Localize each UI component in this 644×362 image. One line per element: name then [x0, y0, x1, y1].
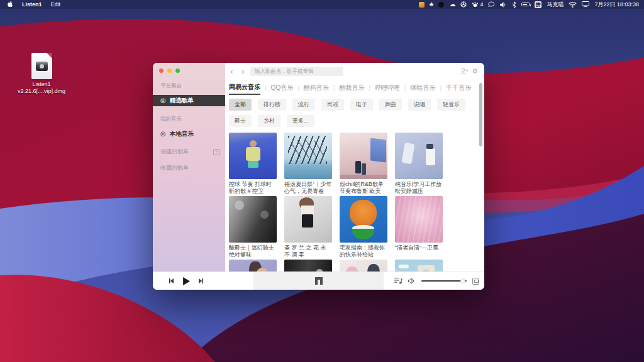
playlist-title[interactable]: 摇滚夏日祭°｜少年心气，无畏青春 — [284, 181, 332, 194]
playlist-title[interactable]: 圣 罗 兰 之 花 永 不 凋 零 — [284, 244, 332, 258]
sidebar-item-favorited-playlists[interactable]: 收藏的歌单 — [153, 164, 225, 172]
tab-kugou[interactable]: 酷狗音乐 — [304, 84, 329, 94]
tab-separator: | — [404, 84, 406, 93]
scrollbar[interactable] — [479, 83, 482, 146]
chip-pop[interactable]: 流行 — [292, 99, 315, 111]
previous-track-button[interactable] — [168, 278, 174, 284]
playlist-title[interactable]: “清者自清”—卫冕 — [395, 244, 443, 258]
add-playlist-button[interactable]: + — [213, 149, 219, 155]
playlist-title[interactable]: 控球 节奏 打球时听的歌 # 控卫 — [229, 181, 277, 194]
volume-slider[interactable] — [421, 280, 467, 282]
playlist-title[interactable]: 纯音乐|学习工作放松安静减压 — [395, 181, 443, 194]
expand-player-icon[interactable] — [472, 278, 479, 285]
desktop-dmg-icon[interactable]: Listen1 v2.21.6[....vip].dmg — [9, 53, 74, 94]
volume-slider-knob[interactable] — [460, 278, 465, 283]
genre-filter-chips: 全部 排行榜 流行 民谣 电子 舞曲 说唱 轻音乐 爵士 乡村 更多... — [229, 99, 480, 127]
volume-status-icon[interactable] — [500, 2, 507, 8]
sidebar: 平台聚合 ◎ 精选歌单 我的音乐 ◎ 本地音乐 创建的歌单 + 收藏的歌单 — [153, 63, 225, 290]
playlist-title[interactable]: 假chill的R&B歌单 节奏布鲁斯 欧美 — [340, 181, 387, 194]
window-topbar: ‹ › ⚙ — [225, 63, 484, 79]
wifi-icon[interactable] — [569, 1, 577, 8]
chip-light-music[interactable]: 轻音乐 — [437, 99, 465, 111]
sidebar-item-created-playlists[interactable]: 创建的歌单 + — [153, 148, 225, 156]
playlist-cover[interactable] — [395, 196, 443, 243]
display-icon[interactable] — [582, 1, 589, 8]
playlist-card[interactable]: 摇滚夏日祭°｜少年心气，无畏青春 — [284, 133, 332, 196]
cover-art-accent — [235, 200, 244, 210]
user-login-icon[interactable] — [460, 68, 469, 75]
cloud-icon[interactable]: ☁ — [449, 1, 455, 8]
sidebar-item-local-music[interactable]: ◎ 本地音乐 — [153, 128, 225, 140]
tab-netease[interactable]: 网易云音乐 — [229, 83, 260, 95]
sidebar-item-featured-playlists[interactable]: ◎ 精选歌单 — [153, 95, 225, 106]
playlist-cover[interactable] — [229, 133, 277, 179]
tab-kuwo[interactable]: 酷我音乐 — [339, 84, 364, 94]
playlist-cover[interactable] — [395, 133, 443, 179]
apple-menu-icon[interactable] — [8, 1, 13, 9]
cover-art-accent — [248, 161, 258, 168]
chip-jazz[interactable]: 爵士 — [229, 115, 252, 127]
zoom-button[interactable] — [175, 69, 180, 73]
settings-gear-icon[interactable]: ⚙ — [472, 68, 478, 75]
input-method-icon[interactable]: 拼 — [535, 1, 541, 8]
playlist-cover[interactable] — [340, 133, 387, 179]
playlist-grid: 控球 节奏 打球时听的歌 # 控卫 摇滚夏日祭°｜少年心气，无畏青春 假chil… — [229, 133, 443, 290]
tab-qq[interactable]: QQ音乐 — [271, 84, 294, 94]
playlist-card[interactable]: 控球 节奏 打球时听的歌 # 控卫 — [229, 133, 277, 196]
playlist-card[interactable]: 纯音乐|学习工作放松安静减压 — [395, 133, 443, 196]
username[interactable]: 马克喵 — [547, 1, 564, 9]
chip-rap[interactable]: 说唱 — [408, 99, 431, 111]
paw-icon[interactable] — [472, 1, 479, 8]
cover-art-accent — [399, 265, 409, 268]
playlist-cover[interactable] — [284, 196, 332, 243]
bluetooth-icon[interactable] — [512, 1, 516, 8]
chat-loop-icon[interactable] — [488, 1, 495, 8]
menu-edit[interactable]: Edit — [51, 1, 61, 8]
playlist-cover[interactable] — [340, 196, 387, 243]
tab-migu[interactable]: 咪咕音乐 — [411, 84, 436, 94]
cover-art-accent — [426, 144, 433, 149]
forward-button[interactable]: › — [239, 67, 247, 75]
playlist-cover[interactable] — [284, 133, 332, 179]
search-input[interactable] — [250, 67, 343, 76]
menubar-clock[interactable]: 7月22日 18:03:38 — [594, 1, 639, 9]
playlist-card[interactable]: 圣 罗 兰 之 花 永 不 凋 零 — [284, 196, 332, 260]
playlist-card[interactable]: 宅家指南：拯救你的快乐补给站 — [340, 196, 387, 260]
tab-qianqian[interactable]: 千千音乐 — [446, 84, 471, 94]
dmg-file-icon[interactable] — [31, 53, 52, 79]
next-track-button[interactable] — [198, 278, 204, 284]
menu-app-name[interactable]: Listen1 — [22, 1, 42, 8]
tab-separator: | — [297, 84, 299, 93]
chip-folk[interactable]: 民谣 — [321, 99, 344, 111]
chip-electronic[interactable]: 电子 — [350, 99, 373, 111]
cover-art-accent — [370, 138, 386, 162]
now-playing-area[interactable] — [253, 272, 384, 290]
volume-icon[interactable] — [408, 275, 416, 287]
chip-all[interactable]: 全部 — [229, 99, 252, 111]
minimize-button[interactable] — [167, 69, 172, 73]
sidebar-item-label: 精选歌单 — [170, 97, 194, 105]
close-button[interactable] — [159, 69, 164, 73]
black-dot-status-icon[interactable] — [438, 2, 444, 8]
content-area: 网易云音乐 | QQ音乐 | 酷狗音乐 | 酷我音乐 | 哔哩哔哩 | 咪咕音乐… — [225, 79, 484, 290]
playlist-cover[interactable] — [229, 196, 277, 243]
back-button[interactable]: ‹ — [228, 67, 236, 75]
playlist-card[interactable]: “清者自清”—卫冕 — [395, 196, 443, 260]
wheel-icon[interactable] — [460, 1, 467, 8]
playlist-title[interactable]: 宅家指南：拯救你的快乐补给站 — [340, 244, 387, 258]
cover-art-accent — [350, 200, 377, 226]
chip-more[interactable]: 更多... — [287, 115, 314, 127]
chip-country[interactable]: 乡村 — [258, 115, 280, 127]
chip-ranking[interactable]: 排行榜 — [258, 99, 286, 111]
clover-icon[interactable]: ♣ — [430, 1, 434, 8]
playlist-card[interactable]: 假chill的R&B歌单 节奏布鲁斯 欧美 — [340, 133, 387, 196]
play-button[interactable] — [182, 277, 190, 285]
playlist-card[interactable]: 酸爵士｜迷幻骑士绝对够味 — [229, 196, 277, 260]
playlist-title[interactable]: 酸爵士｜迷幻骑士绝对够味 — [229, 244, 277, 258]
traffic-lights — [153, 63, 225, 73]
battery-icon[interactable] — [521, 3, 530, 6]
listen1-statusbar-icon[interactable] — [419, 2, 425, 8]
chip-dance[interactable]: 舞曲 — [379, 99, 402, 111]
tab-bilibili[interactable]: 哔哩哔哩 — [375, 84, 400, 94]
play-queue-icon[interactable] — [394, 275, 402, 287]
